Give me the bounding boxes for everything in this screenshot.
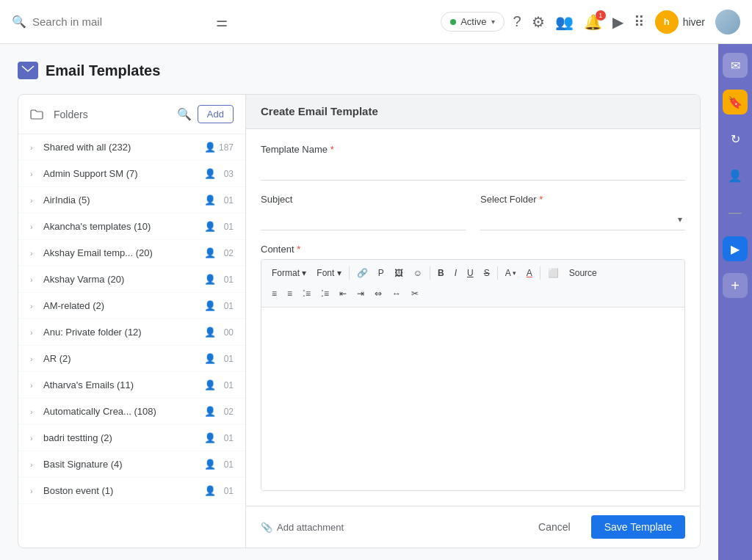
bold-btn[interactable]: B [433, 264, 449, 282]
font-dropdown-btn[interactable]: Font ▾ [312, 264, 345, 282]
ol-btn[interactable]: ≡ [283, 285, 297, 302]
template-name-input[interactable] [261, 159, 685, 181]
save-template-button[interactable]: Save Template [591, 515, 685, 539]
active-status-badge[interactable]: Active ▾ [441, 12, 504, 32]
underline-btn[interactable]: U [463, 264, 478, 282]
special-chars-btn[interactable]: ✂ [407, 285, 423, 302]
search-input[interactable] [32, 15, 207, 28]
ul-btn[interactable]: ≡ [267, 285, 281, 302]
sidebar-add-btn[interactable]: + [723, 273, 748, 298]
list-item[interactable]: › Akancha's templates (10) 👤 01 [18, 214, 245, 240]
italic-btn[interactable]: I [450, 264, 461, 282]
play-icon[interactable]: ▶ [612, 13, 623, 31]
topbar-icons: ? ⚙ 👥 🔔 1 ▶ ⠿ h hiver [513, 10, 740, 34]
page-title-row: Email Templates [18, 62, 701, 79]
folder-person-icon: 👤 [204, 274, 216, 285]
subject-input[interactable] [261, 209, 466, 230]
create-panel: Create Email Template Template Name * [246, 95, 700, 548]
list-item[interactable]: › Shared with all (232) 👤 187 [18, 134, 245, 161]
subject-folder-row: Subject Select Folder * [261, 194, 685, 230]
strikethrough-btn[interactable]: S [480, 264, 494, 282]
align-center-btn[interactable]: ⇔ [370, 285, 386, 302]
folder-person-icon: 👤 [204, 459, 216, 470]
select-folder-label: Select Folder * [480, 194, 685, 205]
subject-group: Subject [261, 194, 466, 230]
folder-person-icon: 👤 [204, 168, 216, 179]
hiver-brand[interactable]: h hiver [655, 10, 705, 34]
add-attachment-button[interactable]: 📎 Add attachment [261, 522, 344, 533]
sidebar-video-btn[interactable]: ▶ [723, 236, 748, 261]
search-folder-icon[interactable]: 🔍 [177, 107, 192, 121]
panels: Folders 🔍 Add › Shared with all (232) 👤 … [18, 94, 701, 548]
font-highlight-btn[interactable]: A [522, 264, 537, 282]
align-justify-btn[interactable]: ↔ [388, 285, 405, 302]
folder-person-icon: 👤 [204, 379, 216, 390]
sidebar-bookmark-btn[interactable]: 🔖 [723, 90, 748, 114]
align-left-btn[interactable]: ⇤ [335, 285, 351, 302]
folder-count: 02 [219, 248, 234, 258]
list-item[interactable]: › Automatically Crea... (108) 👤 02 [18, 399, 245, 425]
help-icon[interactable]: ? [513, 13, 521, 30]
create-panel-header: Create Email Template [246, 95, 700, 129]
image-btn[interactable]: 🖼 [390, 264, 408, 282]
table-btn[interactable]: ⬜ [543, 264, 563, 282]
grid-icon[interactable]: ⠿ [634, 13, 645, 31]
list-item[interactable]: › AirIndia (5) 👤 01 [18, 187, 245, 214]
cancel-button[interactable]: Cancel [527, 515, 582, 539]
filter-icon[interactable]: ⚌ [216, 14, 228, 30]
folder-count: 01 [219, 459, 234, 470]
list-item[interactable]: › AR (2) 👤 01 [18, 346, 245, 372]
active-label: Active [460, 16, 486, 27]
avatar[interactable] [715, 10, 740, 34]
notification-icon[interactable]: 🔔 1 [584, 13, 602, 31]
list-item[interactable]: › Boston event (1) 👤 01 [18, 478, 245, 504]
folder-select[interactable] [480, 209, 685, 230]
list-item[interactable]: › Admin Support SM (7) 👤 03 [18, 161, 245, 187]
folder-count: 187 [219, 142, 234, 153]
list-item[interactable]: › badri testting (2) 👤 01 [18, 425, 245, 451]
list-item[interactable]: › Basit Signature (4) 👤 01 [18, 451, 245, 478]
folder-item-name: Akshay Varma (20) [43, 274, 204, 285]
folders-label: Folders [54, 109, 171, 120]
create-panel-title: Create Email Template [261, 105, 378, 117]
folder-item-name: Anu: Private folder (12) [43, 327, 204, 338]
source-btn[interactable]: Source [565, 264, 601, 282]
folder-item-name: Basit Signature (4) [43, 459, 204, 470]
link-btn[interactable]: 🔗 [352, 264, 372, 282]
folder-person-icon: 👤 [204, 406, 216, 417]
separator-3 [497, 266, 498, 280]
folder-item-name: Atharva's Emails (11) [43, 379, 204, 390]
separator-4 [540, 266, 540, 280]
sidebar-dash-btn[interactable]: — [723, 200, 748, 225]
format-dropdown-btn[interactable]: Format ▾ [267, 264, 311, 282]
settings-icon[interactable]: ⚙ [532, 13, 545, 31]
sidebar-mail-btn[interactable]: ✉ [723, 53, 748, 78]
main-content: Email Templates Folders 🔍 Add [0, 44, 752, 560]
chevron-icon: › [30, 302, 37, 310]
people-icon[interactable]: 👥 [555, 13, 574, 31]
list-item[interactable]: › AM-related (2) 👤 01 [18, 293, 245, 319]
add-folder-button[interactable]: Add [198, 105, 234, 123]
font-color-btn[interactable]: A▾ [501, 264, 521, 282]
list-item[interactable]: › Akshay Varma (20) 👤 01 [18, 266, 245, 293]
folder-count: 03 [219, 169, 234, 179]
chevron-icon: › [30, 170, 37, 178]
folder-person-icon: 👤 [204, 247, 216, 258]
emoji-btn[interactable]: ☺ [409, 264, 427, 282]
folder-person-icon: 👤 [204, 485, 216, 496]
sidebar-refresh-btn[interactable]: ↻ [723, 126, 748, 151]
indent-more-btn[interactable]: ⁚≡ [317, 285, 333, 302]
editor-body[interactable] [261, 308, 684, 490]
folder-count: 01 [219, 274, 234, 285]
hiver-label: hiver [683, 16, 705, 28]
indent-less-btn[interactable]: ⁚≡ [298, 285, 315, 302]
paragraph-btn[interactable]: P [374, 264, 388, 282]
list-item[interactable]: › Atharva's Emails (11) 👤 01 [18, 372, 245, 399]
list-item[interactable]: › Akshay Email temp... (20) 👤 02 [18, 240, 245, 266]
align-right-btn[interactable]: ⇥ [352, 285, 369, 302]
list-item[interactable]: › Anu: Private folder (12) 👤 00 [18, 319, 245, 346]
folder-person-icon: 👤 [204, 142, 216, 153]
notif-badge: 1 [596, 10, 606, 21]
editor-toolbar: Format ▾ Font ▾ 🔗 P 🖼 ☺ B I [261, 260, 684, 308]
sidebar-person-btn[interactable]: 👤 [723, 163, 748, 188]
